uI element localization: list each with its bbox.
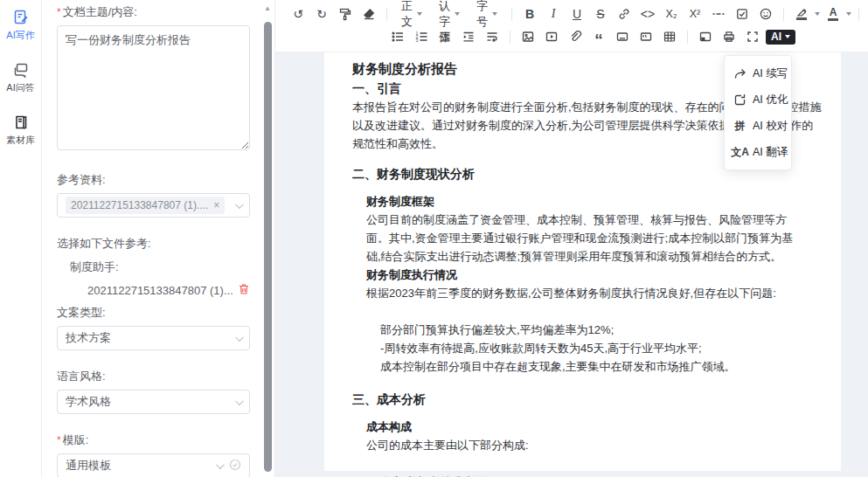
nav-item-ai-qa[interactable]: AI问答 bbox=[6, 61, 34, 94]
delete-file-icon[interactable] bbox=[238, 283, 250, 298]
chat-icon bbox=[12, 61, 30, 79]
copy-type-select[interactable]: 技术方案 bbox=[57, 326, 250, 350]
nav-label: AI问答 bbox=[6, 81, 34, 94]
chevron-down-icon bbox=[235, 397, 244, 405]
file-row: 2021122715133847807 (1).... bbox=[57, 283, 250, 298]
inline-code-button[interactable]: <> bbox=[637, 4, 658, 24]
form-panel: *文档主题/内容: 写一份财务制度分析报告 参考资料: 202112271513… bbox=[42, 0, 275, 477]
caret-down-icon bbox=[455, 12, 460, 16]
doc-subsection: 财务制度框架 公司目前的制度涵盖了资金管理、成本控制、预算管理、核算与报告、风险… bbox=[366, 192, 824, 302]
files-section-label: 选择如下文件参考: bbox=[57, 236, 250, 252]
underline-button[interactable]: U bbox=[566, 4, 587, 24]
highlight-pen-icon[interactable] bbox=[791, 4, 812, 24]
remove-tag-icon[interactable]: × bbox=[213, 199, 219, 211]
caret-down-icon bbox=[785, 35, 790, 38]
topic-label: *文档主题/内容: bbox=[57, 4, 250, 20]
nav-item-material-library[interactable]: 素材库 bbox=[6, 114, 35, 147]
caret-down-icon bbox=[492, 12, 497, 16]
doc-bullet: -周转效率有待提高,应收账款周转天数为45天,高于行业平均水平; bbox=[380, 339, 824, 357]
doc-heading-3: 三、成本分析 bbox=[352, 390, 824, 409]
line-wrap-icon[interactable] bbox=[482, 27, 503, 46]
link-icon[interactable] bbox=[614, 4, 635, 24]
nav-rail: AI写作 AI问答 素材库 bbox=[0, 0, 42, 477]
toolbar-divider bbox=[511, 8, 512, 21]
eraser-icon[interactable] bbox=[358, 4, 379, 24]
video-icon[interactable] bbox=[541, 27, 562, 46]
redo-icon[interactable]: ↻ bbox=[311, 4, 332, 24]
task-checkbox-icon[interactable] bbox=[732, 4, 753, 24]
file-name: 2021122715133847807 (1).... bbox=[87, 284, 233, 297]
required-asterisk: * bbox=[57, 434, 61, 446]
attachment-icon[interactable] bbox=[565, 27, 586, 46]
table-icon[interactable] bbox=[659, 27, 680, 46]
page-panel-icon[interactable] bbox=[695, 27, 716, 46]
divider-block-icon[interactable] bbox=[612, 27, 633, 46]
fullscreen-icon[interactable] bbox=[742, 27, 763, 46]
nav-item-ai-writing[interactable]: AI写作 bbox=[6, 9, 34, 42]
print-icon[interactable] bbox=[719, 27, 740, 46]
font-color-icon[interactable]: A bbox=[823, 4, 844, 24]
panel-scrollbar[interactable]: ▲ bbox=[262, 0, 274, 477]
doc-paragraph: 根据2023年前三季度的财务数据,公司整体财务制度执行情况良好,但存在以下问题: bbox=[366, 284, 803, 302]
blockquote-icon[interactable]: “ bbox=[588, 27, 609, 46]
chevron-down-icon bbox=[235, 200, 244, 209]
undo-icon[interactable]: ↺ bbox=[288, 4, 309, 24]
paragraph-select[interactable]: 正文 bbox=[394, 4, 429, 24]
style-label: 语言风格: bbox=[57, 369, 250, 384]
superscript-button[interactable]: X² bbox=[684, 4, 705, 24]
doc-paragraph: 公司的成本主要由以下部分构成: bbox=[366, 436, 803, 454]
copy-type-value: 技术方案 bbox=[66, 330, 235, 346]
callout-icon[interactable] bbox=[635, 27, 656, 46]
toolbar-divider bbox=[386, 8, 387, 21]
font-select[interactable]: 默认字体 bbox=[432, 4, 467, 24]
scrollbar-thumb[interactable] bbox=[264, 22, 272, 472]
doc-subheading: 财务制度框架 bbox=[366, 192, 803, 211]
template-select[interactable]: 通用模板 bbox=[57, 453, 250, 477]
menu-item-ai-proofread[interactable]: 拼 AI 校对 bbox=[725, 113, 791, 139]
menu-item-ai-translate[interactable]: 文A AI 翻译 bbox=[725, 139, 791, 165]
indent-icon[interactable] bbox=[458, 27, 479, 46]
template-value: 通用模板 bbox=[66, 458, 216, 474]
strikethrough-button[interactable]: S bbox=[590, 4, 611, 24]
scroll-up-arrow-icon[interactable]: ▲ bbox=[264, 4, 271, 12]
ai-menu-button[interactable]: AI bbox=[766, 30, 795, 45]
size-select[interactable]: 字号 bbox=[469, 4, 504, 24]
outdent-icon[interactable] bbox=[434, 27, 455, 46]
emoji-icon[interactable] bbox=[755, 4, 776, 24]
translate-icon: 文A bbox=[733, 145, 746, 160]
doc-bullet: 人力成本:占总成本的35%; bbox=[380, 473, 824, 477]
caret-down-icon[interactable] bbox=[846, 12, 851, 16]
ordered-list-icon[interactable]: 123 bbox=[411, 27, 432, 46]
circle-check-icon bbox=[229, 459, 241, 474]
style-select[interactable]: 学术风格 bbox=[57, 390, 250, 414]
menu-item-ai-continue[interactable]: AI 续写 bbox=[725, 60, 791, 86]
editor: ↺ ↻ 正文 默认字体 字号 B I U bbox=[275, 0, 868, 477]
continue-icon bbox=[733, 67, 746, 80]
svg-text:3: 3 bbox=[416, 38, 419, 43]
chevron-down-icon bbox=[216, 460, 225, 469]
doc-subsection: 成本构成 公司的成本主要由以下部分构成: bbox=[366, 418, 824, 454]
menu-item-ai-optimize[interactable]: AI 优化 bbox=[725, 86, 791, 113]
topic-textarea[interactable]: 写一份财务制度分析报告 bbox=[57, 25, 250, 150]
doc-subheading: 财务制度执行情况 bbox=[366, 266, 803, 284]
bullet-list-icon[interactable] bbox=[387, 27, 408, 46]
image-icon[interactable] bbox=[517, 27, 538, 46]
bold-button[interactable]: B bbox=[519, 4, 540, 24]
caret-down-icon bbox=[417, 12, 422, 16]
library-icon bbox=[12, 114, 30, 131]
toolbar-divider bbox=[783, 8, 784, 21]
ai-dropdown-menu: AI 续写 AI 优化 拼 AI 校对 文A AI 翻译 bbox=[724, 55, 792, 170]
reference-tag[interactable]: 2021122715133847807 (1)....× bbox=[66, 197, 225, 214]
format-painter-icon[interactable] bbox=[335, 4, 356, 24]
doc-bullet-list: 人力成本:占总成本的35%; bbox=[380, 473, 824, 477]
italic-button[interactable]: I bbox=[543, 4, 564, 24]
doc-paragraph: 公司目前的制度涵盖了资金管理、成本控制、预算管理、核算与报告、风险管理等方面。其… bbox=[366, 211, 803, 266]
toolbar-divider bbox=[510, 31, 510, 44]
reference-select[interactable]: 2021122715133847807 (1)....× bbox=[57, 193, 250, 218]
doc-edit-icon bbox=[12, 9, 30, 26]
doc-bullet: 部分部门预算执行偏差较大,平均偏差率为12%; bbox=[380, 321, 824, 339]
file-group-label: 制度助手: bbox=[57, 259, 250, 275]
caret-down-icon[interactable] bbox=[815, 12, 820, 16]
subscript-button[interactable]: X₂ bbox=[661, 4, 682, 24]
horizontal-rule-icon[interactable] bbox=[708, 4, 729, 24]
